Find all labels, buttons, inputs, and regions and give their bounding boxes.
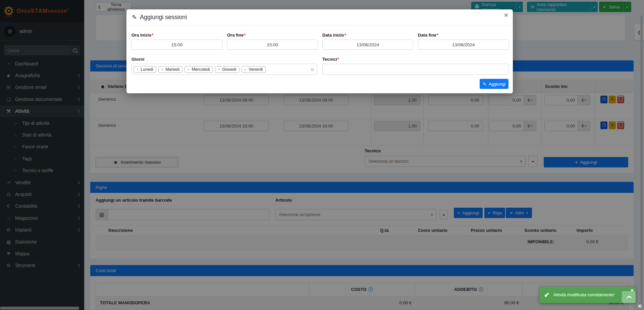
required-asterisk: * xyxy=(152,33,153,38)
required-asterisk: * xyxy=(337,57,339,62)
remove-chip-icon[interactable]: × xyxy=(187,67,190,71)
day-chip-lunedi[interactable]: ×Lunedi xyxy=(133,66,156,73)
chevron-up-icon: ❯ xyxy=(626,295,631,299)
modal-submit-button[interactable]: ✎Aggiungi xyxy=(480,79,508,89)
day-chip-giovedi[interactable]: ×Giovedi xyxy=(215,66,239,73)
field-ora-fine: Ora fine* xyxy=(227,33,318,50)
required-asterisk: * xyxy=(437,33,438,38)
field-data-inizio: Data inizio* xyxy=(322,33,413,50)
modal-header: ✎ Aggiungi sessioni xyxy=(126,9,513,25)
remove-chip-icon[interactable]: × xyxy=(161,67,163,71)
day-chip-venerdi[interactable]: ×Venerdi xyxy=(241,66,266,73)
remove-chip-icon[interactable]: × xyxy=(137,67,139,71)
remove-chip-icon[interactable]: × xyxy=(218,67,220,71)
day-chip-mercoledi[interactable]: ×Mercoledi xyxy=(184,66,213,73)
pencil-icon: ✎ xyxy=(483,82,486,87)
giorni-multiselect[interactable]: ×Lunedi ×Martedi ×Mercoledi ×Giovedi ×Ve… xyxy=(131,64,317,75)
field-data-fine: Data fine* xyxy=(418,33,509,50)
scroll-to-top-button[interactable]: ❯ xyxy=(622,291,636,303)
data-inizio-input[interactable] xyxy=(322,40,413,50)
app-root: ⚙OSM OpenSTAManager® ☻ admin ◔Dashboard … xyxy=(0,0,644,310)
corner-close-icon[interactable]: ✕ xyxy=(638,303,642,309)
add-sessions-modal: ✎ Aggiungi sessioni × Ora inizio* Ora fi… xyxy=(126,9,513,93)
required-asterisk: * xyxy=(344,33,346,38)
field-giorni: Giorni ×Lunedi ×Martedi ×Mercoledi ×Giov… xyxy=(131,57,317,75)
day-chip-martedi[interactable]: ×Martedi xyxy=(158,66,182,73)
ora-fine-input[interactable] xyxy=(227,40,318,50)
tecnici-input[interactable] xyxy=(322,64,508,75)
ora-inizio-input[interactable] xyxy=(131,40,222,50)
pencil-icon: ✎ xyxy=(132,14,137,21)
check-icon: ✔ xyxy=(544,291,550,299)
toast-message: Attività modificata correttamente! xyxy=(553,293,614,297)
field-tecnici: Tecnici* xyxy=(322,57,508,75)
remove-chip-icon[interactable]: × xyxy=(245,67,247,71)
field-ora-inizio: Ora inizio* xyxy=(131,33,222,50)
data-fine-input[interactable] xyxy=(418,40,509,50)
required-asterisk: * xyxy=(244,33,246,38)
modal-close-button[interactable]: × xyxy=(504,11,508,18)
modal-title: Aggiungi sessioni xyxy=(140,14,187,21)
success-toast[interactable]: ✔ Attività modificata correttamente! ✕ xyxy=(540,287,636,303)
clear-selection-icon[interactable]: ⊗ xyxy=(310,67,314,72)
